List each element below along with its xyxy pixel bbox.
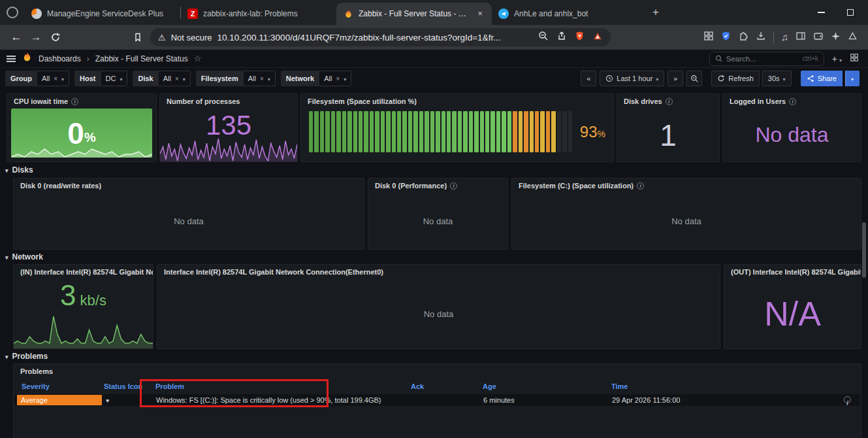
hamburger-menu-icon[interactable]: [7, 56, 16, 62]
panel-title[interactable]: Filesystem (Space utilization %): [301, 94, 613, 109]
clear-icon[interactable]: [54, 75, 57, 82]
panel-title[interactable]: Problems: [14, 364, 861, 379]
refresh-interval-dropdown[interactable]: 30s: [762, 71, 792, 86]
capture-grid-icon[interactable]: [703, 31, 714, 44]
panel-title[interactable]: Disk 0 (Performance): [368, 178, 507, 193]
brave-rewards-icon[interactable]: [592, 31, 603, 44]
url-text[interactable]: 10.10.200.11:3000/d/41URQF7mz/zabbix-ful…: [217, 33, 533, 42]
tab-search-icon[interactable]: [7, 7, 18, 18]
filter-filesystem[interactable]: Filesystem All: [196, 71, 276, 86]
panel-title[interactable]: Interface Intel(R) 82574L Gigabit Networ…: [157, 265, 720, 279]
row-header-network[interactable]: Network: [5, 252, 43, 261]
column-header-time[interactable]: Time: [611, 382, 628, 390]
chevron-down-icon[interactable]: [268, 75, 270, 82]
maximize-icon[interactable]: [847, 9, 854, 16]
rewards-triangle-icon[interactable]: [848, 31, 858, 44]
tab-close-icon[interactable]: [475, 8, 485, 19]
panel-disk-drives: Disk drives 1: [617, 93, 720, 162]
info-icon[interactable]: [666, 98, 673, 105]
chevron-down-icon[interactable]: [183, 75, 185, 82]
breadcrumb-current[interactable]: Zabbix - Full Server Status: [95, 54, 188, 63]
chevron-down-icon: [5, 252, 8, 261]
filter-label: Network: [281, 71, 319, 86]
refresh-button[interactable]: Refresh: [711, 71, 760, 86]
panel-problems: Problems Severity Status Icon Problem Ac…: [13, 363, 861, 438]
sidebar-toggle-icon[interactable]: [796, 31, 806, 44]
minimize-icon[interactable]: [818, 12, 825, 13]
panel-title[interactable]: Logged in Users: [723, 94, 861, 109]
share-button[interactable]: Share: [801, 71, 843, 86]
panel-title[interactable]: (IN) Interface Intel(R) 82574L Gigabit N…: [14, 265, 153, 279]
bookmark-icon[interactable]: [128, 28, 148, 46]
panel-title[interactable]: Number of processes: [160, 94, 297, 109]
panel-title-text: Disk 0 (read/write rates): [20, 182, 101, 190]
browser-tab-strip: ManageEngine ServiceDesk Plus zabbix-anh…: [0, 0, 868, 25]
reload-icon[interactable]: [46, 28, 65, 46]
breadcrumb-dashboards[interactable]: Dashboards: [39, 54, 81, 63]
filter-host[interactable]: Host DC: [74, 71, 127, 86]
column-header-status-icon[interactable]: Status Icon: [104, 382, 142, 390]
plus-icon: +: [832, 54, 837, 64]
column-header-problem[interactable]: Problem: [155, 382, 184, 390]
security-label[interactable]: Not secure: [171, 33, 212, 42]
search-input[interactable]: Search... ctrl+k: [709, 52, 824, 66]
filter-network[interactable]: Network All: [281, 71, 352, 86]
panel-title[interactable]: Filesystem (C:) (Space utilization): [512, 178, 861, 193]
grafana-logo[interactable]: [22, 52, 33, 65]
zoom-out-time-button[interactable]: [686, 71, 702, 86]
favorite-star-icon[interactable]: [194, 54, 202, 63]
info-icon[interactable]: [450, 182, 457, 190]
clear-icon[interactable]: [175, 75, 179, 82]
filter-disk[interactable]: Disk All: [133, 71, 190, 86]
leo-ai-icon[interactable]: [831, 31, 841, 44]
omnibox-icons: [538, 31, 603, 44]
chevron-down-icon[interactable]: [61, 75, 64, 82]
tab-grafana-active[interactable]: Zabbix - Full Server Status - Das: [336, 3, 492, 25]
apps-grid-icon[interactable]: [850, 53, 859, 65]
row-header-problems[interactable]: Problems: [5, 352, 48, 361]
media-control-icon[interactable]: [781, 31, 788, 43]
share-dropdown[interactable]: [845, 71, 860, 86]
tab-manageengine[interactable]: ManageEngine ServiceDesk Plus: [25, 3, 180, 25]
downloads-tray-icon[interactable]: [756, 31, 766, 44]
column-header-ack[interactable]: Ack: [411, 382, 424, 390]
forward-icon[interactable]: [26, 28, 46, 46]
panel-title[interactable]: (OUT) Interface Intel(R) 82574L Gigabit …: [724, 265, 861, 279]
time-range-picker[interactable]: Last 1 hour: [600, 71, 664, 86]
age-value: 6 minutes: [483, 394, 515, 406]
column-header-severity[interactable]: Severity: [22, 382, 50, 390]
column-header-age[interactable]: Age: [483, 382, 496, 390]
clear-icon[interactable]: [336, 75, 340, 82]
scrollbar-thumb[interactable]: [862, 222, 866, 278]
panel-title[interactable]: CPU iowait time: [7, 94, 156, 109]
info-icon[interactable]: [71, 98, 78, 105]
extensions-puzzle-icon[interactable]: [738, 31, 748, 44]
tab-title: Zabbix - Full Server Status - Das: [359, 9, 470, 18]
tab-title: zabbix-anhlx-lab: Problems: [203, 9, 330, 18]
filter-group[interactable]: Group All: [5, 71, 69, 86]
row-header-disks[interactable]: Disks: [5, 165, 33, 175]
address-bar[interactable]: Not secure 10.10.200.11:3000/d/41URQF7mz…: [150, 28, 611, 46]
new-dashboard-button[interactable]: +: [832, 54, 842, 64]
wallet-icon[interactable]: [813, 31, 824, 44]
share-page-icon[interactable]: [556, 31, 567, 44]
grafana-favicon: [343, 8, 353, 19]
info-icon[interactable]: [844, 396, 851, 403]
back-icon[interactable]: [7, 28, 26, 46]
problem-table-row[interactable]: Average Windows: FS [(C:)]: Space is cri…: [14, 394, 860, 406]
info-icon[interactable]: [789, 98, 796, 105]
panel-title[interactable]: Disk 0 (read/write rates): [14, 178, 364, 193]
panel-title[interactable]: Disk drives: [617, 94, 719, 109]
info-icon[interactable]: [637, 182, 644, 190]
chevron-down-icon[interactable]: [120, 75, 122, 82]
brave-shield-icon[interactable]: [575, 31, 585, 44]
zoom-out-page-icon[interactable]: [538, 31, 549, 44]
adguard-shield-icon[interactable]: [721, 31, 731, 44]
time-shift-back-button[interactable]: «: [581, 71, 596, 86]
new-tab-button[interactable]: +: [647, 4, 664, 21]
tab-zabbix-problems[interactable]: zabbix-anhlx-lab: Problems: [181, 3, 336, 25]
tab-telegram[interactable]: AnhLe and anhlx_bot: [492, 3, 647, 25]
chevron-down-icon[interactable]: [344, 75, 346, 82]
clear-icon[interactable]: [260, 75, 264, 82]
time-shift-forward-button[interactable]: »: [667, 71, 683, 86]
